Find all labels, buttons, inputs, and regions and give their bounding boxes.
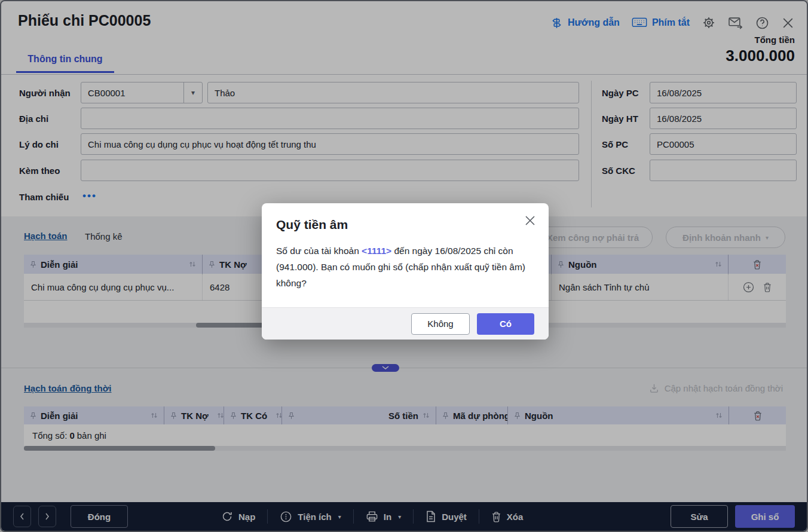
- negative-fund-dialog: Quỹ tiền âm Số dư của tài khoản <1111> đ…: [262, 203, 549, 340]
- dialog-close-icon[interactable]: [524, 214, 537, 227]
- account-link[interactable]: <1111>: [362, 246, 391, 256]
- dialog-title: Quỹ tiền âm: [276, 218, 348, 232]
- dialog-footer: Không Có: [262, 307, 549, 340]
- message-before: Số dư của tài khoản: [276, 246, 362, 256]
- yes-button[interactable]: Có: [477, 313, 534, 335]
- dialog-message: Số dư của tài khoản <1111> đến ngày 16/0…: [276, 243, 535, 291]
- no-button[interactable]: Không: [411, 313, 470, 335]
- payment-voucher-window: Phiếu chi PC00005 Hướng dẫn Phím tắt Tổ: [0, 0, 808, 532]
